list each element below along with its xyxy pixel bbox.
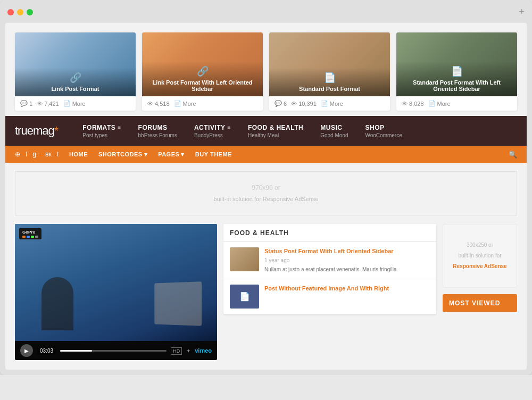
nav-pages[interactable]: PAGES ▾	[158, 151, 185, 158]
doc-icon-4: 📄	[401, 65, 513, 77]
search-icon[interactable]: 🔍	[509, 151, 517, 159]
post-card-4[interactable]: 📄 Standard Post Format With Left Oriente…	[396, 32, 517, 111]
more-link-4[interactable]: 📄 More	[428, 100, 451, 107]
nav-item-activity[interactable]: ACTIVITY ≡ BuddyPress	[186, 124, 239, 138]
card-title-2: Link Post Format With Left Oriented Side…	[146, 79, 259, 92]
video-progress-fill	[60, 350, 92, 352]
eye-icon-3: 👁	[291, 101, 297, 107]
page-icon-2: 📄	[174, 100, 181, 107]
eye-icon-1: 👁	[37, 101, 43, 107]
most-viewed-widget: MOST VIEWED	[443, 294, 517, 312]
view-count-3: 👁 10,391	[291, 101, 317, 107]
video-progress-bar[interactable]	[60, 350, 167, 352]
card-footer-2: 👁 4,518 📄 More	[142, 96, 263, 111]
vimeo-label: vimeo	[195, 347, 212, 354]
view-count-1: 👁 7,421	[37, 101, 59, 107]
google-plus-icon[interactable]: g+	[32, 151, 40, 158]
nav-home[interactable]: HOME	[69, 151, 88, 158]
post-card-2[interactable]: 🔗 Link Post Format With Left Oriented Si…	[142, 32, 263, 111]
nav-buy-theme[interactable]: BUY THEME	[195, 151, 232, 158]
browser-dots	[7, 9, 33, 15]
post-card-1[interactable]: 🔗 Link Post Format 💬 1 👁 7,421	[15, 32, 136, 111]
browser-window: + 🔗 Link Post Format 💬 1	[0, 0, 532, 375]
view-count-4: 👁 8,028	[402, 101, 424, 107]
video-player[interactable]: GoPro	[15, 224, 217, 360]
widget-post-title-1[interactable]: Status Post Format With Left Oriented Si…	[264, 247, 430, 255]
sidebar-content: FOOD & HEALTH Status Post Format With Le…	[223, 224, 436, 360]
card-footer-4: 👁 8,028 📄 More	[396, 96, 517, 111]
maximize-button-dot[interactable]	[27, 9, 33, 15]
widget-text-2: Post Without Featured Image And With Rig…	[264, 285, 430, 309]
most-viewed-title: MOST VIEWED	[449, 299, 511, 307]
view-count-2: 👁 4,518	[147, 101, 170, 107]
main-content: GoPro	[5, 224, 527, 370]
food-health-title: FOOD & HEALTH	[223, 224, 436, 242]
pages-dropdown-icon: ▾	[181, 151, 185, 158]
more-link-2[interactable]: 📄 More	[174, 100, 196, 107]
card-title-1: Link Post Format	[19, 86, 131, 92]
video-time: 03:03	[37, 347, 56, 355]
card-overlay-2: 🔗 Link Post Format With Left Oriented Si…	[142, 61, 263, 96]
more-link-3[interactable]: 📄 More	[321, 100, 343, 107]
widget-thumb-2: 📄	[230, 285, 259, 309]
hd-label: HD	[171, 348, 182, 354]
close-button-dot[interactable]	[7, 9, 14, 15]
card-overlay-4: 📄 Standard Post Format With Left Oriente…	[396, 61, 517, 96]
widget-item-1[interactable]: Status Post Format With Left Oriented Si…	[223, 242, 436, 279]
widget-post-excerpt-1: Nullam at justo a erat placerat venenati…	[264, 265, 430, 273]
widget-post-date-1: 1 year ago	[264, 257, 430, 263]
card-title-3: Standard Post Format	[273, 86, 386, 92]
page-icon-3: 📄	[321, 100, 328, 107]
more-link-1[interactable]: 📄 More	[63, 100, 86, 107]
secondary-nav-items: HOME SHORTCODES ▾ PAGES ▾ BUY THEME	[69, 151, 509, 158]
widget-post-title-2[interactable]: Post Without Featured Image And With Rig…	[264, 285, 430, 293]
site-wrapper: 🔗 Link Post Format 💬 1 👁 7,421	[5, 23, 527, 370]
card-title-4: Standard Post Format With Left Oriented …	[401, 79, 513, 92]
ad-banner-970: 970x90 or built-in solution for Responsi…	[15, 171, 517, 215]
eye-icon-4: 👁	[402, 101, 408, 107]
rss-icon[interactable]: ⊕	[15, 151, 20, 158]
minimize-button-dot[interactable]	[17, 9, 23, 15]
primary-nav: truemag* FORMATS ≡ Post types FORUMS	[5, 116, 527, 146]
card-overlay-1: 🔗 Link Post Format	[15, 68, 136, 96]
video-person	[41, 277, 73, 330]
comment-count-3: 💬 6	[275, 100, 287, 107]
card-image-4: 📄 Standard Post Format With Left Oriente…	[396, 32, 517, 96]
logo-text-true: true	[15, 124, 33, 137]
nav-items: FORMATS ≡ Post types FORUMS bbPress Foru…	[74, 124, 517, 138]
widget-thumb-1	[230, 247, 259, 271]
nav-item-shop[interactable]: SHOP WooCommerce	[356, 124, 410, 138]
nav-item-food[interactable]: FOOD & HEALTH Healthy Meal	[239, 124, 312, 138]
play-button[interactable]: ▶	[20, 344, 33, 357]
video-controls: ▶ 03:03 HD ✦ vimeo	[15, 341, 217, 360]
logo-text-mag: mag	[33, 124, 54, 137]
nav-shortcodes[interactable]: SHORTCODES ▾	[98, 151, 147, 158]
video-building	[154, 282, 202, 326]
nav-item-music[interactable]: MUSIC Good Mood	[312, 124, 356, 138]
new-tab-button[interactable]: +	[519, 6, 525, 18]
comment-icon-3: 💬	[275, 100, 282, 107]
widget-item-2[interactable]: 📄 Post Without Featured Image And With R…	[223, 279, 436, 314]
browser-content: 🔗 Link Post Format 💬 1 👁 7,421	[5, 23, 527, 370]
comment-count-1: 💬 1	[20, 100, 32, 107]
page-icon-4: 📄	[428, 100, 436, 107]
widget-text-1: Status Post Format With Left Oriented Si…	[264, 247, 430, 273]
secondary-nav: ⊕ f g+ вк t HOME SHORTCODES ▾ PAGES	[5, 146, 527, 163]
food-health-widget: FOOD & HEALTH Status Post Format With Le…	[223, 224, 436, 314]
card-image-3: 📄 Standard Post Format	[269, 32, 390, 96]
video-area: GoPro	[15, 224, 217, 341]
nav-item-formats[interactable]: FORMATS ≡ Post types	[74, 124, 129, 138]
link-icon-1: 🔗	[19, 72, 131, 84]
link-icon-2: 🔗	[146, 65, 259, 77]
social-icons: ⊕ f g+ вк t	[15, 151, 59, 158]
logo-star: *	[54, 124, 59, 137]
nav-item-forums[interactable]: FORUMS bbPress Forums	[130, 124, 186, 138]
vk-icon[interactable]: вк	[45, 151, 52, 158]
twitter-icon[interactable]: t	[57, 151, 59, 158]
facebook-icon[interactable]: f	[26, 151, 27, 158]
post-card-3[interactable]: 📄 Standard Post Format 💬 6 👁 10,391	[269, 32, 390, 111]
card-overlay-3: 📄 Standard Post Format	[269, 68, 390, 96]
page-icon-1: 📄	[63, 100, 71, 107]
site-logo[interactable]: truemag*	[15, 124, 58, 138]
right-column: 300x250 or built-in solution for Respons…	[443, 224, 517, 360]
